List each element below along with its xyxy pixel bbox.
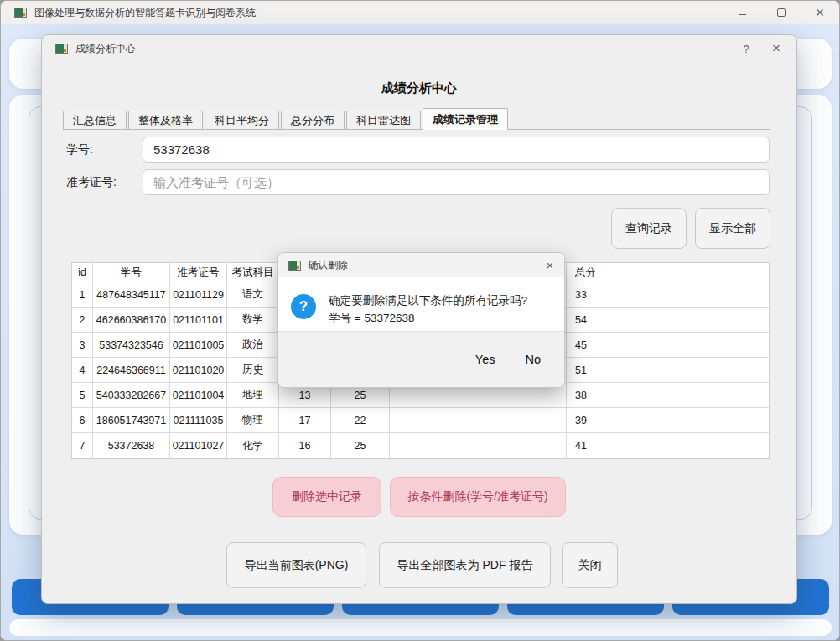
tab-item[interactable]: 总分分布 — [281, 111, 345, 129]
table-cell[interactable]: 语文 — [227, 282, 279, 308]
table-cell[interactable]: 5 — [72, 383, 93, 408]
table-cell[interactable]: 487648345117 — [93, 282, 170, 308]
student-id-input[interactable] — [143, 137, 770, 163]
table-cell[interactable]: 39 — [567, 408, 769, 433]
background-bottom-strip — [9, 619, 832, 636]
table-cell[interactable]: 6 — [72, 408, 93, 433]
table-cell[interactable]: 物理 — [227, 408, 279, 433]
exam-no-input[interactable] — [143, 169, 770, 195]
table-cell[interactable]: 25 — [331, 433, 390, 458]
table-cell[interactable]: 53374323546 — [93, 333, 170, 358]
confirm-body: ? 确定要删除满足以下条件的所有记录吗? 学号 = 53372638 — [278, 277, 564, 327]
table-cell[interactable]: 51 — [567, 358, 769, 383]
no-button[interactable]: No — [525, 353, 541, 366]
table-cell[interactable]: 41 — [567, 433, 769, 458]
table-cell[interactable]: 021101027 — [170, 433, 227, 458]
table-cell[interactable]: 021101020 — [170, 358, 227, 383]
tab-item[interactable]: 整体及格率 — [128, 111, 203, 129]
app-icon — [55, 44, 68, 54]
confirm-close-button[interactable]: × — [536, 253, 564, 277]
dialog-close-action-button[interactable]: 关闭 — [562, 542, 618, 588]
table-cell[interactable]: 54 — [567, 308, 769, 333]
table-cell[interactable]: 4 — [72, 358, 93, 383]
table-cell[interactable]: 16 — [279, 433, 331, 458]
table-cell[interactable]: 462660386170 — [93, 308, 170, 333]
table-cell[interactable]: 021101004 — [170, 383, 227, 408]
tab-item[interactable]: 成绩记录管理 — [423, 108, 508, 130]
page-title: 成绩分析中心 — [42, 80, 796, 96]
student-id-label: 学号: — [66, 137, 93, 163]
table-cell[interactable]: 17 — [279, 408, 331, 433]
dialog-help-button[interactable]: ? — [731, 35, 761, 62]
question-icon: ? — [291, 294, 316, 319]
confirm-message-line1: 确定要删除满足以下条件的所有记录吗? — [329, 292, 527, 309]
tab-item[interactable]: 科目雷达图 — [346, 111, 421, 129]
export-pdf-button[interactable]: 导出全部图表为 PDF 报告 — [379, 542, 551, 588]
table-cell[interactable]: 021101129 — [170, 282, 227, 308]
table-cell[interactable]: 540333282667 — [93, 383, 170, 408]
tab-item[interactable]: 科目平均分 — [205, 111, 279, 129]
table-cell[interactable]: 021101101 — [170, 308, 227, 333]
confirm-message-line2: 学号 = 53372638 — [329, 309, 527, 327]
app-icon — [14, 8, 27, 18]
table-cell[interactable]: 2 — [72, 308, 93, 333]
tab-bar: 汇总信息整体及格率科目平均分总分分布科目雷达图成绩记录管理 — [63, 107, 770, 130]
table-header-cell[interactable]: 考试科目 — [227, 263, 279, 282]
exam-no-label: 准考证号: — [66, 169, 117, 195]
table-cell[interactable]: 38 — [567, 383, 769, 408]
dialog-close-button[interactable]: × — [761, 35, 791, 62]
tab-item[interactable]: 汇总信息 — [63, 111, 127, 129]
table-cell[interactable]: 地理 — [227, 383, 279, 408]
app-icon — [288, 261, 301, 271]
confirm-titlebar: 确认删除 × — [278, 253, 564, 277]
maximize-button[interactable] — [762, 1, 801, 24]
table-cell[interactable]: 数学 — [227, 308, 279, 333]
table-cell[interactable]: 1 — [72, 282, 93, 308]
table-cell[interactable]: 45 — [567, 333, 769, 358]
close-button[interactable]: × — [801, 1, 839, 24]
window-controls: – × — [723, 1, 839, 24]
table-cell[interactable]: 33 — [567, 282, 769, 308]
table-cell[interactable]: 224646366911 — [93, 358, 170, 383]
table-cell[interactable]: 政治 — [227, 333, 279, 358]
table-header-cell[interactable]: 学号 — [93, 263, 170, 282]
dialog-titlebar: 成绩分析中心 ? × — [42, 35, 796, 62]
yes-button[interactable]: Yes — [475, 353, 495, 366]
main-window: 图像处理与数据分析的智能答题卡识别与阅卷系统 – × 成绩分析中心 ? × — [0, 0, 840, 641]
export-png-button[interactable]: 导出当前图表(PNG) — [226, 542, 366, 588]
table-header-cell[interactable]: 总分 — [567, 263, 769, 282]
confirm-title: 确认删除 — [308, 258, 348, 272]
table-cell[interactable]: 186051743971 — [93, 408, 170, 433]
table-cell[interactable] — [390, 408, 567, 433]
minimize-button[interactable]: – — [723, 1, 762, 24]
table-cell[interactable]: 021101005 — [170, 333, 227, 358]
table-cell[interactable]: 历史 — [227, 358, 279, 383]
maximize-icon — [777, 8, 786, 17]
confirm-footer: Yes No — [278, 331, 564, 387]
table-cell[interactable]: 53372638 — [93, 433, 170, 458]
table-cell[interactable]: 化学 — [227, 433, 279, 458]
dialog-title: 成绩分析中心 — [75, 42, 136, 56]
table-cell[interactable] — [390, 433, 567, 458]
table-cell[interactable]: 22 — [331, 408, 390, 433]
confirm-message: 确定要删除满足以下条件的所有记录吗? 学号 = 53372638 — [329, 292, 527, 327]
confirm-delete-dialog: 确认删除 × ? 确定要删除满足以下条件的所有记录吗? 学号 = 5337263… — [277, 252, 565, 388]
query-records-button[interactable]: 查询记录 — [611, 208, 687, 249]
window-title: 图像处理与数据分析的智能答题卡识别与阅卷系统 — [34, 6, 256, 20]
delete-selected-button[interactable]: 删除选中记录 — [272, 477, 381, 517]
table-cell[interactable]: 021111035 — [170, 408, 227, 433]
table-header-cell[interactable]: id — [72, 263, 93, 282]
show-all-button[interactable]: 显示全部 — [695, 208, 770, 249]
table-header-cell[interactable]: 准考证号 — [170, 263, 227, 282]
table-cell[interactable]: 7 — [72, 433, 93, 458]
delete-by-condition-button[interactable]: 按条件删除(学号/准考证号) — [390, 477, 566, 517]
table-cell[interactable]: 3 — [72, 333, 93, 358]
main-titlebar: 图像处理与数据分析的智能答题卡识别与阅卷系统 – × — [1, 1, 839, 24]
